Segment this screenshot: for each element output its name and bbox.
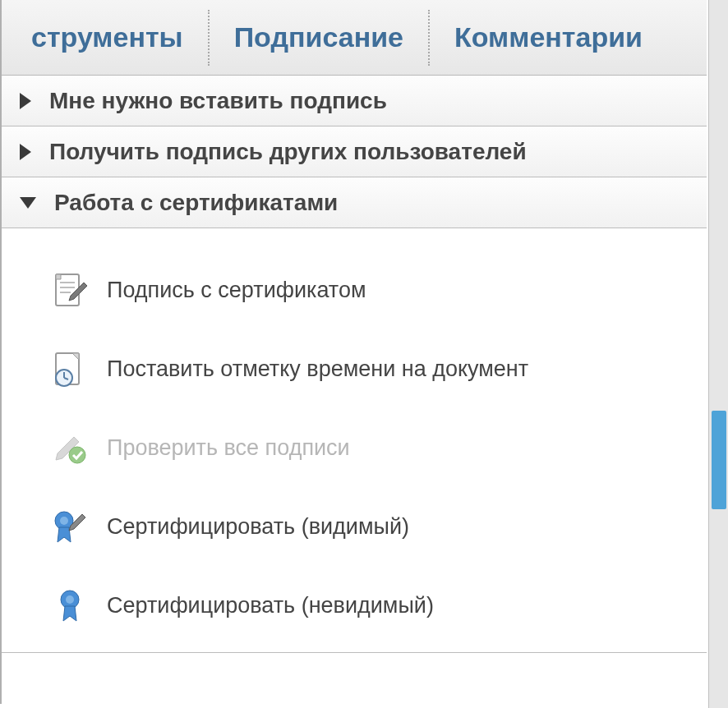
document-pen-icon xyxy=(51,271,89,309)
tab-bar: струменты Подписание Комментарии xyxy=(2,0,707,76)
item-label: Проверить все подписи xyxy=(107,435,350,461)
sign-with-certificate[interactable]: Подпись с сертификатом xyxy=(2,258,707,322)
certify-invisible[interactable]: Сертифицировать (невидимый) xyxy=(2,573,707,637)
item-label: Сертифицировать (невидимый) xyxy=(107,593,434,618)
section-insert-signature[interactable]: Мне нужно вставить подпись xyxy=(2,76,707,126)
item-label: Подпись с сертификатом xyxy=(107,278,366,303)
ribbon-icon xyxy=(51,586,89,624)
tab-comments[interactable]: Комментарии xyxy=(430,21,667,53)
section-label: Работа с сертификатами xyxy=(54,190,338,216)
item-label: Поставить отметку времени на документ xyxy=(107,356,528,382)
document-clock-icon xyxy=(51,350,89,388)
section-get-others-signature[interactable]: Получить подпись других пользователей xyxy=(2,126,707,177)
scrollbar-thumb[interactable] xyxy=(712,411,726,509)
vertical-scrollbar[interactable] xyxy=(708,0,728,708)
certificates-content: Подпись с сертификатом Поставить отметку… xyxy=(2,228,707,653)
pen-check-icon xyxy=(51,429,89,467)
section-label: Мне нужно вставить подпись xyxy=(49,88,387,114)
signing-panel: струменты Подписание Комментарии Мне нуж… xyxy=(0,0,707,704)
chevron-right-icon xyxy=(20,93,31,109)
ribbon-pen-icon xyxy=(51,508,89,545)
svg-point-11 xyxy=(60,517,68,525)
section-certificates[interactable]: Работа с сертификатами xyxy=(2,177,707,228)
item-label: Сертифицировать (видимый) xyxy=(107,514,409,540)
tab-tools[interactable]: струменты xyxy=(7,21,208,53)
certify-visible[interactable]: Сертифицировать (видимый) xyxy=(2,494,707,559)
chevron-down-icon xyxy=(20,197,36,209)
timestamp-document[interactable]: Поставить отметку времени на документ xyxy=(2,337,707,401)
chevron-right-icon xyxy=(20,144,31,160)
svg-point-9 xyxy=(69,447,85,463)
validate-all-signatures: Проверить все подписи xyxy=(2,416,707,480)
tab-signing[interactable]: Подписание xyxy=(210,21,428,53)
section-label: Получить подпись других пользователей xyxy=(49,139,527,165)
svg-point-13 xyxy=(66,595,74,604)
